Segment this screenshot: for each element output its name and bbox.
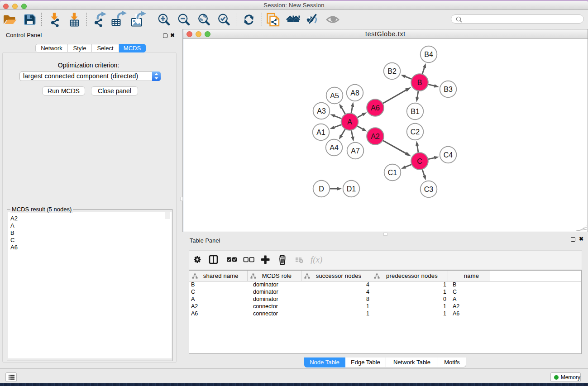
svg-text:f(x): f(x) (311, 255, 322, 265)
svg-text:C3: C3 (424, 186, 434, 193)
svg-text:A8: A8 (350, 89, 359, 97)
svg-text:A7: A7 (351, 147, 360, 155)
svg-text:A3: A3 (317, 107, 326, 115)
svg-text:B2: B2 (387, 67, 397, 75)
svg-text:A2: A2 (371, 133, 380, 140)
svg-text:C4: C4 (444, 151, 453, 159)
svg-text:B3: B3 (444, 86, 453, 93)
svg-text:C2: C2 (411, 128, 420, 136)
svg-text:B1: B1 (411, 108, 420, 115)
svg-text:A: A (347, 118, 352, 126)
svg-text:A4: A4 (330, 144, 339, 152)
svg-text:A1: A1 (316, 129, 325, 136)
svg-text:C1: C1 (388, 169, 397, 176)
svg-text:A5: A5 (330, 92, 339, 100)
svg-text:B: B (417, 79, 422, 86)
svg-text:D: D (319, 185, 324, 193)
svg-text:B4: B4 (424, 51, 433, 58)
svg-text:C: C (417, 157, 422, 165)
svg-text:A6: A6 (371, 104, 380, 112)
svg-text:D1: D1 (347, 185, 356, 193)
